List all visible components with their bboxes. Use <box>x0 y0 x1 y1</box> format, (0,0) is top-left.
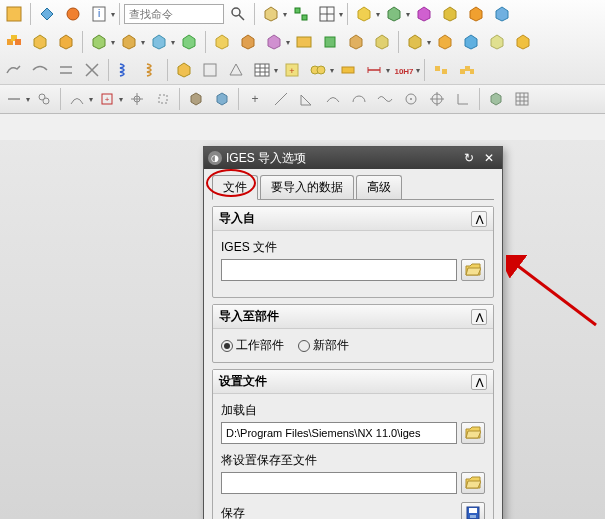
tb2-icon-14[interactable] <box>370 30 394 54</box>
save-browse-button[interactable] <box>461 472 485 494</box>
tb4-icon-4[interactable]: + <box>95 87 119 111</box>
tb3-icon-9[interactable] <box>224 58 248 82</box>
tb4-icon-5[interactable] <box>125 87 149 111</box>
spring2-icon[interactable] <box>139 58 163 82</box>
svg-marker-70 <box>191 93 201 105</box>
tb-icon-9[interactable] <box>382 2 406 26</box>
arc-icon[interactable] <box>347 87 371 111</box>
tb4-icon-2[interactable] <box>32 87 56 111</box>
load-from-label: 加载自 <box>221 402 485 419</box>
tb3-icon-2[interactable] <box>28 58 52 82</box>
dimension-icon[interactable] <box>362 58 386 82</box>
tb2-icon-13[interactable] <box>344 30 368 54</box>
tb2-icon-4[interactable] <box>87 30 111 54</box>
tb-icon-2[interactable] <box>35 2 59 26</box>
target-icon[interactable] <box>425 87 449 111</box>
tb-icon-11[interactable] <box>438 2 462 26</box>
tab-file[interactable]: 文件 <box>212 175 258 200</box>
tb-icon-12[interactable] <box>464 2 488 26</box>
tb4-cube2[interactable] <box>210 87 234 111</box>
svg-marker-32 <box>350 35 362 49</box>
dialog-reset-button[interactable]: ↻ <box>460 150 478 166</box>
dialog-titlebar[interactable]: ◑ IGES 导入选项 ↻ ✕ <box>204 147 502 169</box>
tb-icon-6[interactable] <box>289 2 313 26</box>
tb2-icon-18[interactable] <box>485 30 509 54</box>
tb3-icon-11[interactable]: + <box>280 58 304 82</box>
tab-advanced[interactable]: 高级 <box>356 175 402 199</box>
svg-rect-0 <box>7 7 21 21</box>
wave-icon[interactable] <box>373 87 397 111</box>
corner-icon[interactable] <box>451 87 475 111</box>
tb2-icon-12[interactable] <box>318 30 342 54</box>
curve-icon[interactable] <box>321 87 345 111</box>
svg-rect-40 <box>204 64 216 76</box>
iges-browse-button[interactable] <box>461 259 485 281</box>
tb3-icon-7[interactable] <box>172 58 196 82</box>
tb4-icon-1[interactable] <box>2 87 26 111</box>
save-to-input[interactable] <box>221 472 457 494</box>
circle-dot-icon[interactable] <box>399 87 423 111</box>
tb3-icon-13[interactable] <box>336 58 360 82</box>
svg-text:+: + <box>105 95 110 104</box>
tb2-icon-7[interactable] <box>177 30 201 54</box>
tb-icon-8[interactable] <box>352 2 376 26</box>
tb3-icon-12[interactable] <box>306 58 330 82</box>
tb4-cube1[interactable] <box>184 87 208 111</box>
radio-work-part[interactable]: 工作部件 <box>221 337 284 354</box>
spring-icon[interactable] <box>113 58 137 82</box>
svg-marker-29 <box>268 35 280 49</box>
tb-icon-3[interactable] <box>61 2 85 26</box>
search-icon[interactable] <box>226 2 250 26</box>
tb2-icon-8[interactable] <box>210 30 234 54</box>
grid-icon[interactable] <box>510 87 534 111</box>
tb-icon-1[interactable] <box>2 2 26 26</box>
tb3-icon-17[interactable] <box>455 58 479 82</box>
collapse-icon[interactable]: ⋀ <box>471 374 487 390</box>
point-icon[interactable]: + <box>243 87 267 111</box>
dialog-close-button[interactable]: ✕ <box>480 150 498 166</box>
tb-icon-13[interactable] <box>490 2 514 26</box>
tb2-icon-5[interactable] <box>117 30 141 54</box>
tb3-icon-4[interactable] <box>80 58 104 82</box>
tb-icon-5[interactable] <box>259 2 283 26</box>
tb4-icon-3[interactable] <box>65 87 89 111</box>
tb-icon-7[interactable] <box>315 2 339 26</box>
tb2-icon-6[interactable] <box>147 30 171 54</box>
tb2-icon-19[interactable] <box>511 30 535 54</box>
tb2-icon-1[interactable] <box>2 30 26 54</box>
iges-file-input[interactable] <box>221 259 457 281</box>
tb3-icon-1[interactable] <box>2 58 26 82</box>
tab-data[interactable]: 要导入的数据 <box>260 175 354 199</box>
collapse-icon[interactable]: ⋀ <box>471 211 487 227</box>
tb2-icon-16[interactable] <box>433 30 457 54</box>
tb-icon-info[interactable]: i <box>87 2 111 26</box>
load-browse-button[interactable] <box>461 422 485 444</box>
svg-text:10H7: 10H7 <box>395 67 413 76</box>
tb2-icon-10[interactable] <box>262 30 286 54</box>
tb-icon-10[interactable] <box>412 2 436 26</box>
save-button[interactable] <box>461 502 485 519</box>
load-from-input[interactable] <box>221 422 457 444</box>
tb2-icon-17[interactable] <box>459 30 483 54</box>
tb4-cube3[interactable] <box>484 87 508 111</box>
tb2-icon-9[interactable] <box>236 30 260 54</box>
svg-rect-60 <box>470 69 474 74</box>
tolerance-icon[interactable]: 10H7 <box>392 58 416 82</box>
tb2-icon-15[interactable] <box>403 30 427 54</box>
tb2-icon-2[interactable] <box>28 30 52 54</box>
tb4-icon-6[interactable] <box>151 87 175 111</box>
line-icon[interactable] <box>269 87 293 111</box>
tb2-icon-11[interactable] <box>292 30 316 54</box>
tb3-icon-8[interactable] <box>198 58 222 82</box>
svg-marker-25 <box>153 35 165 49</box>
tb3-icon-16[interactable] <box>429 58 453 82</box>
radio-new-part[interactable]: 新部件 <box>298 337 349 354</box>
table-icon[interactable] <box>250 58 274 82</box>
angle-icon[interactable] <box>295 87 319 111</box>
tb3-icon-3[interactable] <box>54 58 78 82</box>
command-search-input[interactable] <box>124 4 224 24</box>
tb2-icon-3[interactable] <box>54 30 78 54</box>
radio-new-part-label: 新部件 <box>313 337 349 354</box>
collapse-icon[interactable]: ⋀ <box>471 309 487 325</box>
svg-rect-57 <box>442 69 447 74</box>
